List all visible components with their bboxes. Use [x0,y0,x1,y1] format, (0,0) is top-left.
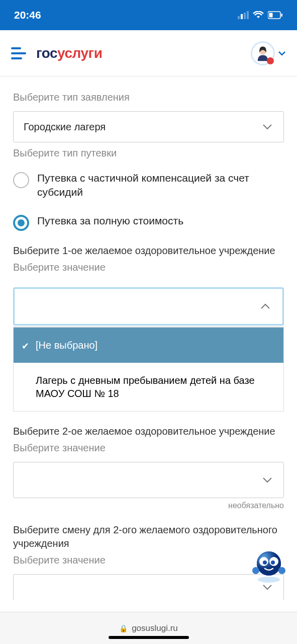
label-institution-2-hint: Выберите значение [13,441,284,455]
logo[interactable]: госуслуги [36,45,102,61]
svg-rect-5 [269,13,273,18]
radio-full-price[interactable]: Путевка за полную стоимость [13,214,284,231]
label-shift-2: Выберите смену для 2-ого желаемого оздор… [13,523,284,550]
status-bar: 20:46 [0,0,297,30]
select-shift-2[interactable] [13,574,284,600]
chevron-down-icon [261,121,273,133]
profile-button[interactable] [251,41,286,65]
select-app-type-value: Городские лагеря [24,121,106,133]
radio-icon [13,172,29,188]
chatbot-button[interactable] [250,546,288,585]
dropdown-option-none[interactable]: ✔ [Не выбрано] [14,328,283,363]
menu-icon[interactable] [11,47,27,59]
label-institution-2: Выберите 2-ое желаемое оздоровительное у… [13,425,284,438]
wifi-icon [253,11,264,19]
browser-bar: 🔒 gosuslugi.ru [0,612,297,644]
chevron-up-icon [259,300,271,312]
optional-label: необязательно [13,501,284,510]
radio-subsidy-label: Путевка с частичной компенсацией за счет… [37,171,284,200]
radio-full-price-label: Путевка за полную стоимость [37,214,183,228]
svg-point-13 [263,560,267,565]
checkmark-icon: ✔ [22,341,29,352]
signal-icon [238,11,249,19]
battery-icon [268,11,283,19]
avatar [251,41,275,65]
chevron-down-icon [261,474,273,486]
home-indicator[interactable] [109,636,189,639]
status-time: 20:46 [14,9,41,21]
status-icons [238,11,283,19]
form-content: Выберите тип заявления Городские лагеря … [0,76,297,600]
svg-rect-3 [247,11,249,19]
dropdown-option-1[interactable]: Лагерь с дневным пребыванием детей на ба… [14,363,283,411]
select-institution-1[interactable] [13,287,284,326]
svg-rect-2 [244,13,246,19]
svg-rect-6 [281,14,283,17]
svg-point-14 [271,560,275,565]
svg-rect-1 [241,14,243,19]
dropdown-option-1-label: Лагерь с дневным пребыванием детей на ба… [36,375,255,399]
select-app-type[interactable]: Городские лагеря [13,111,284,142]
label-institution-1: Выберите 1-ое желаемое оздоровительное у… [13,244,284,258]
app-header: госуслуги [0,30,297,76]
logo-part-uslugi: услуги [57,45,102,61]
svg-point-8 [258,577,280,583]
svg-rect-0 [238,16,240,19]
label-app-type: Выберите тип заявления [13,91,284,104]
svg-point-15 [252,567,259,574]
dropdown-option-none-label: [Не выбрано] [36,340,97,351]
label-shift-2-hint: Выберите значение [13,553,284,567]
label-institution-1-hint: Выберите значение [13,261,284,274]
label-voucher-type: Выберите тип путевки [13,146,284,160]
select-institution-2[interactable] [13,462,284,498]
radio-subsidy[interactable]: Путевка с частичной компенсацией за счет… [13,171,284,200]
lock-icon: 🔒 [119,624,128,632]
logo-part-gos: гос [36,45,57,61]
chevron-down-icon [278,49,286,57]
dropdown-institution-1: ✔ [Не выбрано] Лагерь с дневным пребыван… [13,327,284,412]
notification-dot-icon [267,57,274,64]
svg-point-16 [278,567,285,574]
radio-selected-icon [13,215,29,231]
url-text: gosuslugi.ru [132,623,178,633]
